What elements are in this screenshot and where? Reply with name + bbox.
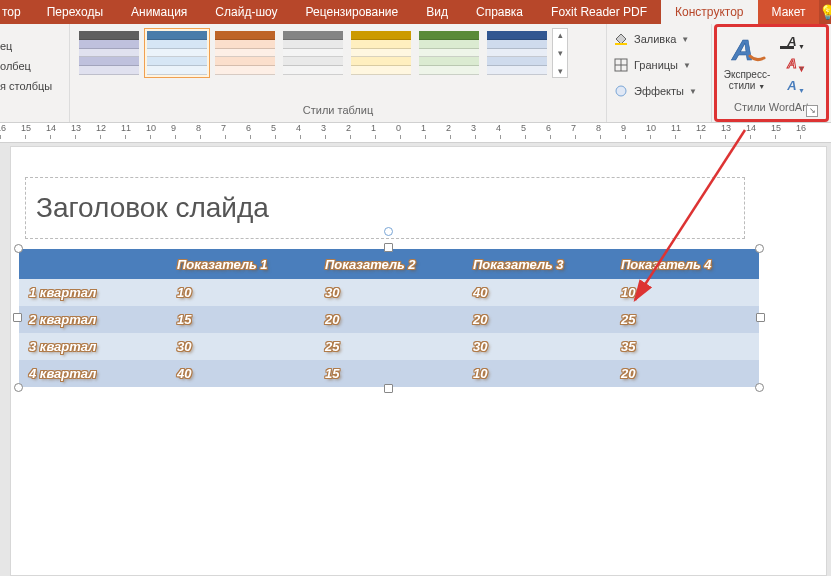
slide-title-text: Заголовок слайда [36,192,269,224]
wordart-styles-group: A Экспресс-стили ▼ A▼ A▼ A▼ Стили WordAr… [714,24,829,122]
table-cell[interactable]: 25 [315,333,463,360]
quick-styles-button[interactable]: A Экспресс-стили ▼ [723,31,771,92]
table-cell[interactable]: 40 [167,360,315,387]
tab-animation[interactable]: Анимация [117,0,201,24]
table-cell[interactable]: 20 [611,360,759,387]
table-cell[interactable]: 30 [167,333,315,360]
table-row[interactable]: 3 квартал30253035 [19,333,759,360]
table-style-thumb[interactable] [348,28,414,78]
svg-rect-0 [615,43,627,45]
table-object[interactable]: Показатель 1Показатель 2Показатель 3Пока… [19,249,759,387]
table-header-cell[interactable]: Показатель 3 [463,249,611,279]
table-cell[interactable]: 30 [463,333,611,360]
table-cell[interactable]: 40 [463,279,611,306]
dialog-launcher-icon[interactable]: ↘ [806,105,818,117]
effects-icon [613,83,629,99]
table-cell[interactable]: 25 [611,306,759,333]
text-fill-button[interactable]: A▼ [777,31,807,51]
table-row[interactable]: 1 квартал10304010 [19,279,759,306]
row-label-cell[interactable]: 1 квартал [19,279,167,306]
svg-text:A: A [731,33,754,66]
borders-label: Границы [634,59,678,71]
tab-layout[interactable]: Макет [758,0,820,24]
slide-stage[interactable]: Заголовок слайда Показатель 1Показатель … [10,146,827,576]
ribbon-tabs: тор Переходы Анимация Слайд-шоу Рецензир… [0,0,831,24]
table-style-thumb[interactable] [484,28,550,78]
quick-styles-label-2: стили [729,80,756,91]
table-cell[interactable]: 20 [315,306,463,333]
dropdown-icon: ▼ [683,61,691,70]
tab-view[interactable]: Вид [412,0,462,24]
opt-line-3[interactable]: я столбцы [0,78,52,94]
paint-bucket-icon [613,31,629,47]
table-style-thumb[interactable] [76,28,142,78]
table-row[interactable]: 4 квартал40151020 [19,360,759,387]
rotate-handle[interactable] [384,227,393,236]
chevron-down-icon: ▾ [558,47,563,59]
resize-handle-e[interactable] [756,313,765,322]
table-header-cell[interactable]: Показатель 1 [167,249,315,279]
ribbon: ец олбец я столбцы ▴ ▾ ▾ Стили таблиц [0,24,831,123]
opt-line-1[interactable]: ец [0,38,12,54]
table-options-group: ец олбец я столбцы [0,24,70,122]
ruler-tick: 16 [800,123,825,142]
resize-handle-ne[interactable] [755,244,764,253]
resize-handle-w[interactable] [13,313,22,322]
tab-transitions[interactable]: Переходы [33,0,117,24]
row-label-cell[interactable]: 4 квартал [19,360,167,387]
table-cell[interactable]: 15 [315,360,463,387]
resize-handle-se[interactable] [755,383,764,392]
table-style-thumb[interactable] [416,28,482,78]
resize-handle-nw[interactable] [14,244,23,253]
svg-point-4 [616,86,626,96]
tab-foxit[interactable]: Foxit Reader PDF [537,0,661,24]
row-label-cell[interactable]: 2 квартал [19,306,167,333]
table-cell[interactable]: 20 [463,306,611,333]
table-header-cell[interactable] [19,249,167,279]
fill-button[interactable]: Заливка ▼ [613,28,689,50]
table-styles-group: ▴ ▾ ▾ Стили таблиц [70,24,607,122]
wordart-caption: Стили WordArt [734,101,809,113]
gallery-expand-icon: ▾ [558,65,563,77]
row-label-cell[interactable]: 3 квартал [19,333,167,360]
dropdown-icon: ▼ [681,35,689,44]
tab-design[interactable]: Конструктор [661,0,757,24]
fill-label: Заливка [634,33,676,45]
table-style-thumb[interactable] [144,28,210,78]
table-style-thumb[interactable] [212,28,278,78]
table-cell[interactable]: 15 [167,306,315,333]
table-cell[interactable]: 35 [611,333,759,360]
shading-group: Заливка ▼ Границы ▼ Эффекты ▼ [607,24,712,122]
table-style-gallery[interactable] [76,28,550,78]
chevron-up-icon: ▴ [558,29,563,41]
tab-help[interactable]: Справка [462,0,537,24]
tab-review[interactable]: Рецензирование [292,0,413,24]
resize-handle-sw[interactable] [14,383,23,392]
data-table[interactable]: Показатель 1Показатель 2Показатель 3Пока… [19,249,759,387]
table-header-cell[interactable]: Показатель 2 [315,249,463,279]
quick-styles-label-1: Экспресс- [724,69,771,80]
letter-a-styled-icon: A [727,31,767,67]
table-cell[interactable]: 10 [611,279,759,306]
table-header-cell[interactable]: Показатель 4 [611,249,759,279]
gallery-more-button[interactable]: ▴ ▾ ▾ [552,28,568,78]
horizontal-ruler[interactable]: 1615141312111098765432101234567891011121… [0,123,831,143]
tell-me-icon[interactable]: 💡 [819,0,831,24]
table-style-thumb[interactable] [280,28,346,78]
opt-line-2[interactable]: олбец [0,58,31,74]
tab-cutoff[interactable]: тор [0,0,33,24]
text-outline-button[interactable]: A▼ [777,53,807,73]
table-styles-caption: Стили таблиц [76,104,600,122]
resize-handle-n[interactable] [384,243,393,252]
table-cell[interactable]: 10 [167,279,315,306]
table-cell[interactable]: 30 [315,279,463,306]
dropdown-icon: ▼ [689,87,697,96]
effects-label: Эффекты [634,85,684,97]
table-row[interactable]: 2 квартал15202025 [19,306,759,333]
tab-slideshow[interactable]: Слайд-шоу [201,0,291,24]
text-effects-button[interactable]: A▼ [777,75,807,95]
borders-button[interactable]: Границы ▼ [613,54,691,76]
table-cell[interactable]: 10 [463,360,611,387]
effects-button[interactable]: Эффекты ▼ [613,80,697,102]
resize-handle-s[interactable] [384,384,393,393]
